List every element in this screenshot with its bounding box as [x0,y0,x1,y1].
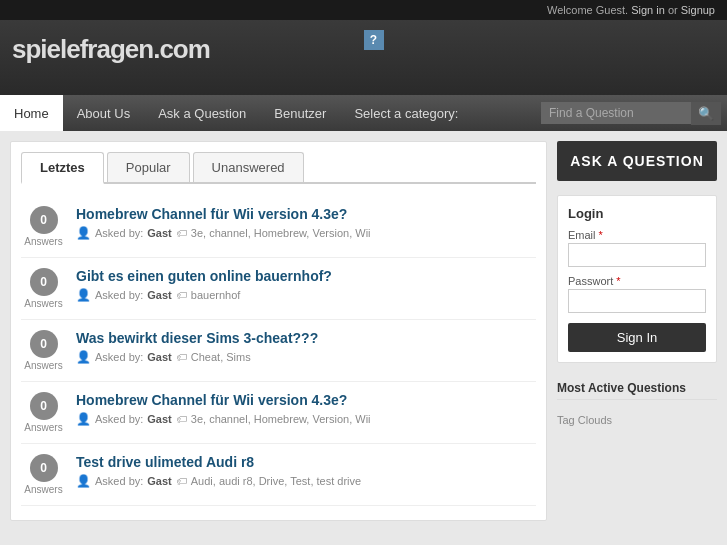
question-meta: 👤 Asked by: Gast 🏷 Audi, audi r8, Drive,… [76,474,536,488]
email-field[interactable] [568,243,706,267]
question-body: Homebrew Channel für Wii version 4.3e? 👤… [76,206,536,240]
tag-clouds-title: Tag Clouds [557,406,717,428]
tag-icon: 🏷 [176,351,187,363]
asked-by-label: Asked by: [95,475,143,487]
tag-icon: 🏷 [176,227,187,239]
user-icon: 👤 [76,226,91,240]
email-required: * [599,229,603,241]
login-title: Login [568,206,706,221]
user-icon: 👤 [76,412,91,426]
question-title[interactable]: Homebrew Channel für Wii version 4.3e? [76,392,536,408]
nav-search: 🔍 [541,95,727,131]
question-user[interactable]: Gast [147,413,171,425]
main-container: Letztes Popular Unanswered 0 Answers Hom… [0,131,727,531]
tab-popular[interactable]: Popular [107,152,190,182]
top-bar: Welcome Guest. Sign in or Signup [0,0,727,20]
nav-item-home[interactable]: Home [0,95,63,131]
question-body: Test drive ulimeted Audi r8 👤 Asked by: … [76,454,536,488]
tag-icon: 🏷 [176,475,187,487]
password-required: * [616,275,620,287]
question-item: 0 Answers Was bewirkt dieser Sims 3-chea… [21,320,536,382]
question-tags: 3e, channel, Homebrew, Version, Wii [191,413,371,425]
answer-count: 0 Answers [21,206,66,247]
sidebar: ASK A QUESTION Login Email * Passwort * … [557,141,717,521]
question-meta: 👤 Asked by: Gast 🏷 bauernhof [76,288,536,302]
answer-count: 0 Answers [21,392,66,433]
question-tags: bauernhof [191,289,241,301]
tag-icon: 🏷 [176,289,187,301]
answer-count: 0 Answers [21,454,66,495]
question-user[interactable]: Gast [147,289,171,301]
search-input[interactable] [541,102,691,124]
answers-label: Answers [24,484,62,495]
nav-item-category[interactable]: Select a category: [340,95,472,131]
tab-unanswered[interactable]: Unanswered [193,152,304,182]
question-item: 0 Answers Homebrew Channel für Wii versi… [21,382,536,444]
asked-by-label: Asked by: [95,289,143,301]
answer-count: 0 Answers [21,268,66,309]
count-bubble: 0 [30,392,58,420]
question-meta: 👤 Asked by: Gast 🏷 3e, channel, Homebrew… [76,226,536,240]
count-bubble: 0 [30,454,58,482]
content-area: Letztes Popular Unanswered 0 Answers Hom… [10,141,547,521]
asked-by-label: Asked by: [95,227,143,239]
question-icon: ? [364,30,384,50]
question-user[interactable]: Gast [147,475,171,487]
question-meta: 👤 Asked by: Gast 🏷 Cheat, Sims [76,350,536,364]
question-body: Homebrew Channel für Wii version 4.3e? 👤… [76,392,536,426]
asked-by-label: Asked by: [95,351,143,363]
question-title[interactable]: Homebrew Channel für Wii version 4.3e? [76,206,536,222]
user-icon: 👤 [76,288,91,302]
count-bubble: 0 [30,206,58,234]
question-tags: 3e, channel, Homebrew, Version, Wii [191,227,371,239]
user-icon: 👤 [76,350,91,364]
question-user[interactable]: Gast [147,227,171,239]
count-bubble: 0 [30,268,58,296]
signup-link[interactable]: Signup [681,4,715,16]
tag-icon: 🏷 [176,413,187,425]
most-active-title: Most Active Questions [557,373,717,400]
answers-label: Answers [24,360,62,371]
question-item: 0 Answers Gibt es einen guten online bau… [21,258,536,320]
answers-label: Answers [24,236,62,247]
answer-count: 0 Answers [21,330,66,371]
signin-link[interactable]: Sign in [631,4,665,16]
question-meta: 👤 Asked by: Gast 🏷 3e, channel, Homebrew… [76,412,536,426]
search-button[interactable]: 🔍 [691,102,721,125]
header: spielefragen.com ? [0,20,727,95]
question-title[interactable]: Was bewirkt dieser Sims 3-cheat??? [76,330,536,346]
question-item: 0 Answers Test drive ulimeted Audi r8 👤 … [21,444,536,506]
user-icon: 👤 [76,474,91,488]
questions-list: 0 Answers Homebrew Channel für Wii versi… [21,196,536,506]
or-text: or [668,4,678,16]
ask-question-button[interactable]: ASK A QUESTION [557,141,717,181]
email-label: Email * [568,229,706,241]
asked-by-label: Asked by: [95,413,143,425]
nav-item-benutzer[interactable]: Benutzer [260,95,340,131]
main-nav: Home About Us Ask a Question Benutzer Se… [0,95,727,131]
answers-label: Answers [24,298,62,309]
question-body: Gibt es einen guten online bauernhof? 👤 … [76,268,536,302]
question-item: 0 Answers Homebrew Channel für Wii versi… [21,196,536,258]
question-tags: Cheat, Sims [191,351,251,363]
nav-item-ask[interactable]: Ask a Question [144,95,260,131]
welcome-text: Welcome Guest. [547,4,628,16]
tabs: Letztes Popular Unanswered [21,152,536,184]
password-label: Passwort * [568,275,706,287]
password-field[interactable] [568,289,706,313]
question-tags: Audi, audi r8, Drive, Test, test drive [191,475,361,487]
question-title[interactable]: Gibt es einen guten online bauernhof? [76,268,536,284]
question-title[interactable]: Test drive ulimeted Audi r8 [76,454,536,470]
nav-item-about[interactable]: About Us [63,95,144,131]
sign-in-button[interactable]: Sign In [568,323,706,352]
count-bubble: 0 [30,330,58,358]
tab-letztes[interactable]: Letztes [21,152,104,184]
answers-label: Answers [24,422,62,433]
login-box: Login Email * Passwort * Sign In [557,195,717,363]
question-user[interactable]: Gast [147,351,171,363]
question-body: Was bewirkt dieser Sims 3-cheat??? 👤 Ask… [76,330,536,364]
